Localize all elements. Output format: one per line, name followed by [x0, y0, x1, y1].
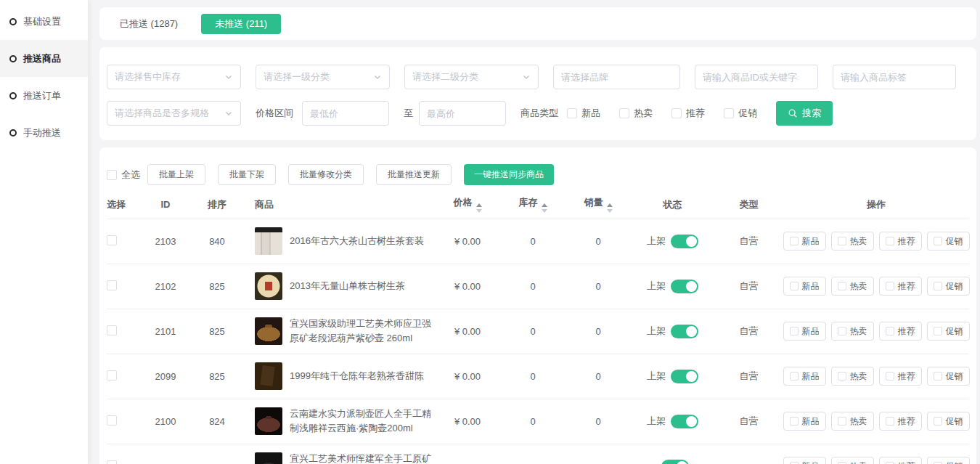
op-tag-button[interactable]: 推荐: [879, 457, 922, 464]
sidebar-item-basic-settings[interactable]: 基础设置: [0, 3, 88, 40]
op-tag-button[interactable]: 推荐: [879, 322, 922, 341]
sidebar-item-manual-push[interactable]: 手动推送: [0, 114, 88, 151]
checkbox-promo[interactable]: 促销: [724, 107, 757, 120]
batch-off-shelf-button[interactable]: 批量下架: [218, 164, 276, 185]
sort-carets-icon[interactable]: [542, 203, 547, 213]
max-price-input[interactable]: [419, 101, 506, 126]
sidebar-item-push-orders[interactable]: 推送订单: [0, 77, 88, 114]
op-tag-button[interactable]: 新品: [783, 277, 826, 296]
one-click-sync-button[interactable]: 一键推送同步商品: [464, 164, 554, 185]
checkbox-icon[interactable]: [107, 170, 117, 180]
row-checkbox[interactable]: [107, 460, 117, 464]
op-tag-button[interactable]: 推荐: [879, 277, 922, 296]
op-tag-checkbox[interactable]: [934, 282, 942, 290]
op-tag-checkbox[interactable]: [790, 282, 799, 290]
op-tag-button[interactable]: 新品: [783, 367, 826, 386]
column-header-select: 选择: [107, 191, 143, 219]
op-tag-button[interactable]: 促销: [927, 232, 970, 251]
op-tag-button[interactable]: 热卖: [831, 232, 874, 251]
op-tag-checkbox[interactable]: [838, 327, 846, 335]
op-tag-checkbox[interactable]: [838, 237, 846, 245]
op-tag-checkbox[interactable]: [838, 372, 846, 380]
checkbox-recommend[interactable]: 推荐: [671, 107, 705, 120]
sidebar-item-push-products[interactable]: 推送商品: [0, 40, 88, 77]
op-tag-button[interactable]: 促销: [927, 277, 970, 296]
checkbox-new[interactable]: 新品: [567, 107, 600, 120]
op-tag-button[interactable]: 推荐: [879, 367, 922, 386]
row-checkbox[interactable]: [107, 325, 117, 335]
status-toggle[interactable]: [671, 370, 698, 383]
tag-input[interactable]: [833, 65, 956, 89]
select-all-checkbox[interactable]: 全选: [107, 168, 140, 182]
batch-push-update-button[interactable]: 批量推送更新: [376, 164, 452, 185]
batch-on-shelf-button[interactable]: 批量上架: [147, 164, 205, 185]
row-checkbox[interactable]: [107, 415, 117, 426]
row-actions: 新品 热卖 推荐 促销: [783, 367, 969, 386]
checkbox-icon[interactable]: [671, 108, 682, 118]
select-category-level2[interactable]: 请选择二级分类: [404, 65, 539, 89]
op-tag-button[interactable]: 促销: [927, 322, 970, 341]
column-header-sort: 排序: [188, 191, 246, 219]
op-tag-button[interactable]: 促销: [927, 457, 970, 464]
checkbox-icon[interactable]: [619, 108, 629, 118]
batch-edit-category-button[interactable]: 批量修改分类: [288, 164, 364, 185]
table-header-row: 选择 ID 排序 商品 价格 库存 销量 状态 类型 操作: [107, 191, 969, 219]
op-tag-checkbox[interactable]: [886, 282, 894, 290]
op-tag-checkbox[interactable]: [934, 417, 942, 426]
op-tag-checkbox[interactable]: [790, 372, 799, 380]
row-checkbox[interactable]: [107, 235, 117, 245]
product-id: 2100: [155, 416, 176, 427]
product-id: 2101: [155, 326, 176, 337]
radio-circle-icon: [9, 18, 17, 25]
tab-unpushed[interactable]: 未推送 (211): [201, 14, 281, 34]
brand-input[interactable]: [553, 65, 680, 89]
sort-carets-icon[interactable]: [607, 203, 613, 213]
op-tag-button[interactable]: 促销: [927, 412, 970, 431]
status-toggle[interactable]: [671, 235, 698, 248]
op-tag-checkbox[interactable]: [838, 417, 846, 426]
op-tag-checkbox[interactable]: [886, 327, 894, 335]
op-tag-checkbox[interactable]: [934, 372, 942, 380]
op-tag-checkbox[interactable]: [790, 237, 799, 245]
op-tag-checkbox[interactable]: [790, 327, 799, 335]
op-tag-checkbox[interactable]: [838, 282, 846, 290]
op-tag-button[interactable]: 热卖: [831, 412, 874, 431]
op-tag-button[interactable]: 新品: [783, 457, 826, 464]
row-checkbox[interactable]: [107, 370, 117, 380]
status-toggle[interactable]: [671, 415, 698, 428]
op-tag-checkbox[interactable]: [790, 417, 799, 426]
tab-pushed[interactable]: 已推送 (1287): [120, 17, 178, 30]
op-tag-button[interactable]: 新品: [783, 412, 826, 431]
min-price-input[interactable]: [302, 101, 389, 126]
checkbox-icon[interactable]: [724, 108, 734, 118]
filter-row-2: 请选择商品是否多规格 价格区间 至 商品类型 新品 热卖 推: [107, 101, 969, 126]
op-tag-button[interactable]: 推荐: [879, 232, 922, 251]
op-tag-button[interactable]: 热卖: [831, 277, 874, 296]
main-content: 已推送 (1287) 未推送 (211) 请选择售中库存 请选择一级分类 请选择…: [89, 0, 980, 464]
op-tag-button[interactable]: 新品: [783, 322, 826, 341]
op-tag-checkbox[interactable]: [886, 372, 894, 380]
op-tag-checkbox[interactable]: [886, 417, 894, 426]
op-tag-button[interactable]: 新品: [783, 232, 826, 251]
status-toggle[interactable]: [671, 280, 698, 293]
checkbox-icon[interactable]: [567, 108, 577, 118]
op-tag-checkbox[interactable]: [934, 237, 942, 245]
sort-carets-icon[interactable]: [476, 203, 482, 213]
checkbox-hot[interactable]: 热卖: [619, 107, 653, 120]
op-tag-button[interactable]: 促销: [927, 367, 970, 386]
op-tag-button[interactable]: 推荐: [879, 412, 922, 431]
select-stock[interactable]: 请选择售中库存: [107, 65, 241, 89]
status-toggle[interactable]: [661, 460, 689, 464]
select-category-level1[interactable]: 请选择一级分类: [256, 65, 390, 89]
op-tag-checkbox[interactable]: [886, 237, 894, 245]
op-tag-button[interactable]: 热卖: [831, 322, 874, 341]
status-toggle[interactable]: [671, 325, 698, 338]
op-tag-button[interactable]: 热卖: [831, 457, 874, 464]
select-multi-spec[interactable]: 请选择商品是否多规格: [107, 101, 241, 126]
search-button[interactable]: 搜索: [776, 101, 833, 126]
row-checkbox[interactable]: [107, 280, 117, 290]
keyword-input[interactable]: [695, 65, 818, 89]
op-tag-checkbox[interactable]: [934, 327, 942, 335]
op-tag-button[interactable]: 热卖: [831, 367, 874, 386]
sales-value: 0: [595, 371, 600, 382]
